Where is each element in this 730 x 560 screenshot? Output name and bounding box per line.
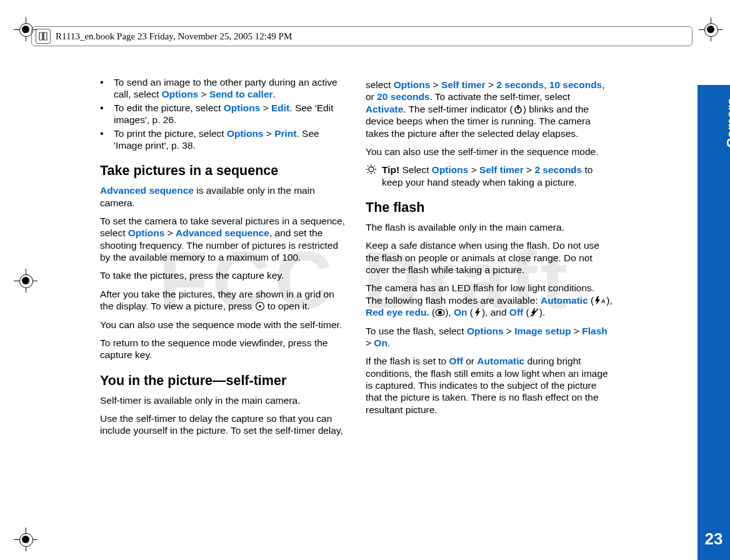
menu-link: 2 seconds [534, 164, 582, 175]
menu-link: Advanced sequence [100, 185, 194, 196]
text: ). [539, 307, 545, 318]
bullet-item: • To edit the picture, select Options > … [100, 102, 347, 126]
bullet-dot: • [100, 128, 114, 152]
menu-link: Red eye redu. [366, 307, 429, 318]
flash-off-icon [529, 308, 539, 318]
menu-link: Automatic [541, 295, 588, 306]
book-icon [36, 29, 51, 44]
heading-selftimer: You in the picture—self-timer [100, 372, 347, 389]
text: . The self-timer indicator ( [403, 104, 512, 114]
menu-link: Options [162, 89, 199, 99]
chapter-label: Camera [724, 98, 730, 148]
text: or [463, 356, 477, 366]
menu-link: 20 seconds [377, 91, 429, 102]
heading-flash: The flash [366, 199, 612, 216]
menu-link: Self timer [441, 79, 486, 90]
text: > [468, 164, 479, 175]
bullet-dot: • [100, 102, 114, 126]
heading-sequence: Take pictures in a sequence [100, 162, 347, 179]
text: to open it. [265, 301, 310, 311]
text: To print the picture, select [114, 128, 227, 139]
menu-link: Options [467, 326, 504, 336]
menu-link: Options [394, 79, 431, 90]
right-column: select Options > Self timer > 2 seconds,… [366, 75, 612, 443]
menu-link: Options [128, 228, 165, 238]
svg-point-1 [259, 305, 261, 308]
menu-link: Options [227, 128, 264, 139]
side-tab: Camera 23 [698, 85, 730, 560]
menu-link: Off [509, 307, 523, 318]
menu-link: 10 seconds [549, 79, 602, 90]
text: To edit the picture, select [114, 102, 224, 113]
text: > [524, 164, 535, 175]
text: > [198, 89, 209, 99]
text: ( [467, 307, 472, 318]
svg-point-6 [438, 311, 442, 314]
joystick-icon [255, 301, 265, 311]
paragraph: To set the camera to take several pictur… [100, 215, 347, 264]
bullet-dot: • [100, 76, 114, 101]
text: ( [429, 307, 435, 318]
redeye-icon [435, 308, 445, 318]
text: > [486, 79, 497, 90]
svg-text:A: A [601, 298, 606, 304]
framemaker-header: R1113_en.book Page 23 Friday, November 2… [31, 26, 692, 46]
text: > [263, 128, 274, 139]
header-text: R1113_en.book Page 23 Friday, November 2… [56, 31, 292, 42]
menu-link: On [374, 338, 388, 348]
text: Select [399, 164, 432, 175]
page-number: 23 [698, 529, 730, 549]
paragraph: You can also use the sequence mode with … [100, 319, 347, 331]
menu-link: Options [432, 164, 469, 175]
text: ), [445, 307, 454, 318]
paragraph: The flash is available only in the main … [366, 221, 612, 233]
svg-point-3 [369, 167, 374, 172]
paragraph: Advanced sequence is available only in t… [100, 184, 347, 209]
menu-link: On [454, 307, 468, 318]
bullet-item: • To send an image to the other party du… [100, 76, 347, 101]
menu-link: Off [449, 356, 463, 366]
text: > [366, 338, 374, 348]
text: select [366, 79, 394, 90]
text: > [260, 102, 271, 113]
paragraph: Use the self-timer to delay the capture … [100, 412, 347, 437]
paragraph: Keep a safe distance when using the flas… [366, 239, 612, 276]
text: ( [588, 295, 594, 306]
menu-link: Self timer [479, 164, 524, 175]
text: > [504, 326, 515, 336]
tip-row: Tip! Select Options > Self timer > 2 sec… [366, 164, 612, 188]
menu-link: Activate [366, 104, 403, 114]
paragraph: To take the pictures, press the capture … [100, 269, 347, 281]
crop-mark [14, 269, 38, 292]
text: > [571, 326, 582, 336]
text: , [544, 79, 549, 90]
text: To use the flash, select [366, 326, 467, 336]
menu-link: Advanced sequence [176, 228, 269, 238]
text: ), and [482, 307, 509, 318]
menu-link: Print [274, 128, 296, 139]
paragraph: You can also use the self-timer in the s… [366, 146, 612, 158]
paragraph: If the flash is set to Off or Automatic … [366, 355, 612, 416]
flash-auto-icon: A [594, 296, 606, 306]
tip-icon [366, 164, 382, 188]
paragraph: After you take the pictures, they are sh… [100, 288, 347, 312]
paragraph: Self-timer is available only in the main… [100, 394, 347, 406]
paragraph: To use the flash, select Options > Image… [366, 325, 612, 349]
left-column: • To send an image to the other party du… [100, 75, 347, 443]
paragraph: select Options > Self timer > 2 seconds,… [366, 79, 612, 139]
text: ( [523, 307, 529, 318]
bullet-item: • To print the picture, select Options >… [100, 128, 347, 152]
text: . [273, 89, 276, 99]
menu-link: Flash [582, 326, 607, 336]
text: > [430, 79, 441, 90]
paragraph: To return to the sequence mode viewfinde… [100, 337, 347, 361]
page: R1113_en.book Page 23 Friday, November 2… [0, 0, 730, 560]
paragraph: The camera has an LED flash for low ligh… [366, 282, 612, 318]
text: > [164, 228, 176, 238]
menu-link: Send to caller [209, 89, 273, 99]
timer-indicator-icon [513, 104, 523, 114]
text: . To activate the self-timer, select [430, 91, 571, 102]
flash-on-icon [473, 308, 482, 318]
menu-link: Edit [271, 102, 289, 113]
text: If the flash is set to [366, 356, 449, 366]
